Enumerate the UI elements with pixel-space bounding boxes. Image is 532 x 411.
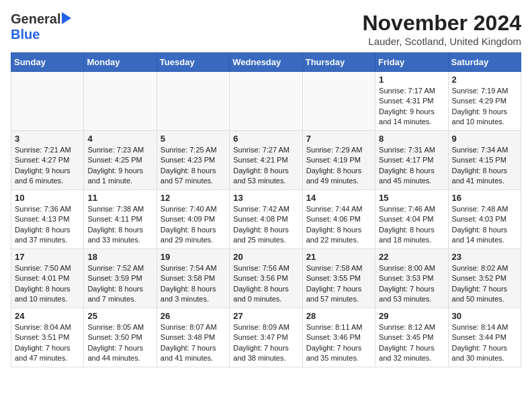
day-info: Daylight: 8 hours and 22 minutes. [306,225,371,246]
header-wednesday: Wednesday [230,53,302,72]
calendar-cell: 10Sunrise: 7:36 AMSunset: 4:13 PMDayligh… [11,190,84,249]
calendar-cell: 30Sunrise: 8:14 AMSunset: 3:44 PMDayligh… [448,308,521,367]
svg-marker-0 [62,12,71,24]
day-info: Sunrise: 8:05 AM [87,322,152,332]
day-info: Daylight: 8 hours and 37 minutes. [15,225,80,246]
day-info: Sunrise: 7:29 AM [306,145,371,155]
day-info: Sunset: 4:09 PM [161,214,226,224]
day-info: Sunrise: 7:50 AM [15,263,80,273]
day-info: Sunset: 3:47 PM [233,332,298,342]
day-info: Sunrise: 7:52 AM [87,263,152,273]
day-info: Sunrise: 7:23 AM [87,145,152,155]
day-info: Daylight: 8 hours and 57 minutes. [161,166,226,187]
header-tuesday: Tuesday [157,53,229,72]
calendar-week-row: 3Sunrise: 7:21 AMSunset: 4:27 PMDaylight… [11,131,521,190]
day-number: 14 [306,193,371,203]
calendar-cell: 7Sunrise: 7:29 AMSunset: 4:19 PMDaylight… [302,131,375,190]
calendar-header: SundayMondayTuesdayWednesdayThursdayFrid… [11,53,521,72]
day-info: Sunset: 4:11 PM [87,214,152,224]
day-number: 26 [161,311,226,321]
day-info: Sunset: 4:27 PM [15,155,80,165]
day-info: Daylight: 8 hours and 41 minutes. [452,166,517,187]
logo: General Blue [11,11,71,42]
day-info: Sunset: 3:53 PM [379,273,444,283]
day-info: Daylight: 8 hours and 7 minutes. [87,284,152,305]
day-info: Sunset: 3:52 PM [452,273,517,283]
calendar-cell: 22Sunrise: 8:00 AMSunset: 3:53 PMDayligh… [375,249,448,308]
day-info: Sunrise: 8:02 AM [452,263,517,273]
day-info: Sunset: 3:51 PM [15,332,80,342]
day-number: 9 [452,134,517,144]
day-info: Sunrise: 7:34 AM [452,145,517,155]
calendar-cell: 15Sunrise: 7:46 AMSunset: 4:04 PMDayligh… [375,190,448,249]
day-info: Sunset: 4:01 PM [15,273,80,283]
day-info: Sunset: 4:06 PM [306,214,371,224]
day-info: Daylight: 9 hours and 14 minutes. [379,107,444,128]
day-number: 2 [452,75,517,85]
day-info: Daylight: 7 hours and 44 minutes. [87,343,152,364]
day-info: Sunrise: 7:27 AM [233,145,298,155]
day-info: Sunrise: 7:19 AM [452,86,517,96]
calendar-week-row: 17Sunrise: 7:50 AMSunset: 4:01 PMDayligh… [11,249,521,308]
day-info: Sunset: 4:25 PM [87,155,152,165]
logo-triangle-icon [62,12,71,27]
calendar-week-row: 24Sunrise: 8:04 AMSunset: 3:51 PMDayligh… [11,308,521,367]
day-number: 3 [15,134,80,144]
calendar-cell [302,72,375,131]
day-info: Daylight: 8 hours and 33 minutes. [87,225,152,246]
day-number: 19 [161,252,226,262]
calendar-cell: 12Sunrise: 7:40 AMSunset: 4:09 PMDayligh… [157,190,229,249]
day-info: Sunset: 4:21 PM [233,155,298,165]
header-row: SundayMondayTuesdayWednesdayThursdayFrid… [11,53,521,72]
day-info: Sunrise: 7:21 AM [15,145,80,155]
day-info: Sunset: 3:50 PM [87,332,152,342]
calendar-week-row: 10Sunrise: 7:36 AMSunset: 4:13 PMDayligh… [11,190,521,249]
day-number: 12 [161,193,226,203]
day-info: Daylight: 7 hours and 30 minutes. [452,343,517,364]
day-info: Sunset: 3:45 PM [379,332,444,342]
day-info: Sunset: 4:23 PM [161,155,226,165]
header-saturday: Saturday [448,53,521,72]
day-number: 5 [161,134,226,144]
day-number: 24 [15,311,80,321]
day-info: Sunrise: 8:00 AM [379,263,444,273]
calendar-cell: 11Sunrise: 7:38 AMSunset: 4:11 PMDayligh… [84,190,157,249]
day-info: Sunset: 3:59 PM [87,273,152,283]
day-info: Sunset: 3:46 PM [306,332,371,342]
day-number: 17 [15,252,80,262]
calendar-cell: 24Sunrise: 8:04 AMSunset: 3:51 PMDayligh… [11,308,84,367]
day-info: Sunrise: 7:42 AM [233,204,298,214]
day-number: 16 [452,193,517,203]
day-info: Sunset: 4:03 PM [452,214,517,224]
day-info: Sunrise: 8:14 AM [452,322,517,332]
day-info: Daylight: 8 hours and 29 minutes. [161,225,226,246]
calendar-cell: 20Sunrise: 7:56 AMSunset: 3:56 PMDayligh… [230,249,302,308]
day-number: 29 [379,311,444,321]
calendar-cell: 5Sunrise: 7:25 AMSunset: 4:23 PMDaylight… [157,131,229,190]
day-number: 28 [306,311,371,321]
calendar-cell: 28Sunrise: 8:11 AMSunset: 3:46 PMDayligh… [302,308,375,367]
day-info: Sunrise: 7:46 AM [379,204,444,214]
calendar-body: 1Sunrise: 7:17 AMSunset: 4:31 PMDaylight… [11,72,521,367]
calendar-cell: 3Sunrise: 7:21 AMSunset: 4:27 PMDaylight… [11,131,84,190]
day-number: 30 [452,311,517,321]
day-info: Daylight: 7 hours and 53 minutes. [379,284,444,305]
day-number: 25 [87,311,152,321]
day-info: Sunset: 3:56 PM [233,273,298,283]
day-info: Sunrise: 7:58 AM [306,263,371,273]
day-info: Sunrise: 7:44 AM [306,204,371,214]
day-info: Sunrise: 7:36 AM [15,204,80,214]
day-number: 11 [87,193,152,203]
calendar-cell: 6Sunrise: 7:27 AMSunset: 4:21 PMDaylight… [230,131,302,190]
day-number: 20 [233,252,298,262]
logo-general: General [11,11,60,27]
calendar-cell: 4Sunrise: 7:23 AMSunset: 4:25 PMDaylight… [84,131,157,190]
day-info: Daylight: 8 hours and 0 minutes. [233,284,298,305]
calendar-cell: 13Sunrise: 7:42 AMSunset: 4:08 PMDayligh… [230,190,302,249]
day-info: Sunset: 3:58 PM [161,273,226,283]
calendar-cell: 8Sunrise: 7:31 AMSunset: 4:17 PMDaylight… [375,131,448,190]
header-sunday: Sunday [11,53,84,72]
header-thursday: Thursday [302,53,375,72]
day-info: Daylight: 7 hours and 35 minutes. [306,343,371,364]
day-info: Sunrise: 7:38 AM [87,204,152,214]
